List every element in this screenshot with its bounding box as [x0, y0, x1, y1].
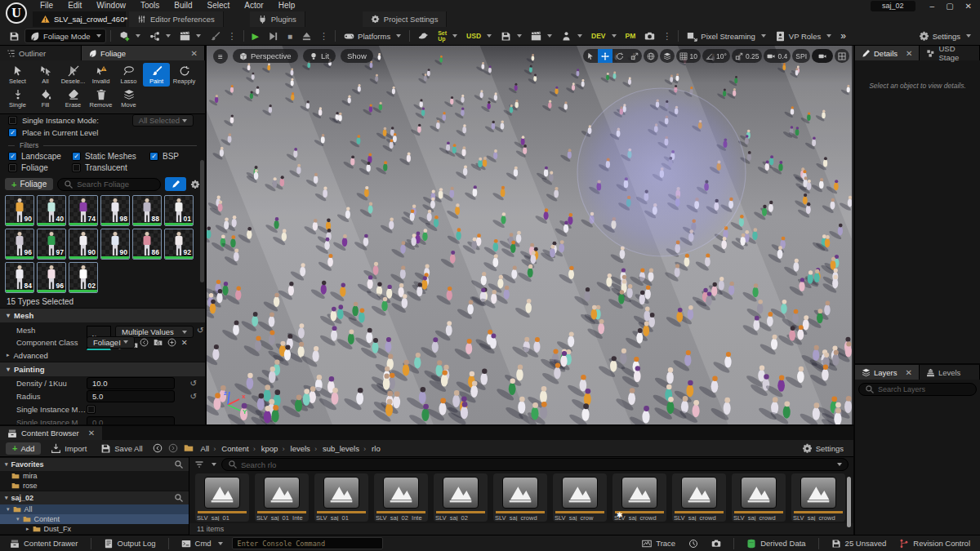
- foliage-tool-button[interactable]: Paint: [143, 63, 170, 87]
- foliage-tool-button[interactable]: Fill: [32, 87, 59, 110]
- level-asset-tile[interactable]: ✱ SLV_saj_crowd: [672, 473, 726, 522]
- toolbar-expand-button[interactable]: »: [836, 29, 850, 43]
- foliage-tool-button[interactable]: Single: [4, 87, 31, 110]
- foliage-type-thumbnail[interactable]: 96: [37, 262, 66, 293]
- menu-item[interactable]: Edit: [60, 0, 89, 11]
- foliage-search[interactable]: [57, 178, 161, 191]
- character-dropdown[interactable]: [557, 29, 586, 43]
- painting-section-header[interactable]: ▾Painting: [0, 362, 205, 376]
- content-drawer-button[interactable]: Content Drawer: [6, 535, 82, 551]
- tab-content-browser[interactable]: Content Browser ✕: [0, 426, 102, 440]
- cb-save-all-button[interactable]: Save All: [96, 441, 146, 455]
- clear-icon[interactable]: ✕: [181, 338, 188, 347]
- add-actor-button[interactable]: [115, 29, 145, 43]
- rotation-snap-control[interactable]: 10°: [702, 49, 730, 63]
- foliage-type-thumbnail[interactable]: 92: [164, 229, 194, 260]
- dev-dropdown[interactable]: DEV: [587, 29, 620, 43]
- close-button[interactable]: ✕: [965, 2, 972, 11]
- grid-snap-control[interactable]: 10: [676, 49, 701, 63]
- level-asset-tile[interactable]: ✱ SLV_saj_01_Inte: [255, 473, 309, 522]
- spi-button[interactable]: SPI: [792, 49, 810, 63]
- advanced-row[interactable]: ▸Advanced: [0, 349, 205, 362]
- viewport-canvas[interactable]: [207, 46, 852, 424]
- rotate-tool[interactable]: [612, 49, 627, 63]
- viewport-camera-button[interactable]: [812, 49, 833, 63]
- maximize-button[interactable]: ▢: [946, 2, 953, 11]
- forward-icon[interactable]: [168, 443, 178, 453]
- show-dropdown[interactable]: Show: [341, 49, 373, 63]
- asset-search[interactable]: [221, 458, 849, 471]
- filter-static-meshes-checkbox[interactable]: ✓: [72, 152, 81, 161]
- project-search-icon[interactable]: [174, 493, 184, 503]
- cinematics-button[interactable]: [176, 29, 205, 43]
- breadcrumb-item[interactable]: rlo: [370, 444, 382, 453]
- tab-usd-stage[interactable]: USD Stage: [920, 46, 980, 60]
- frame-skip-button[interactable]: [264, 29, 283, 43]
- sequencer-dropdown[interactable]: [527, 29, 556, 43]
- level-asset-tile[interactable]: ✱ SLV_saj_01: [195, 473, 249, 522]
- foliage-tool-button[interactable]: Erase: [60, 87, 87, 110]
- breadcrumb-item[interactable]: All: [199, 444, 218, 453]
- asset-search-input[interactable]: [241, 460, 831, 469]
- search-options-caret[interactable]: [837, 463, 842, 466]
- tab-outliner[interactable]: Outliner: [0, 46, 82, 60]
- level-asset-tile[interactable]: ✱ SLV_saj_02_Inte: [374, 473, 428, 522]
- insights-button[interactable]: [684, 535, 702, 551]
- tree-item-content[interactable]: ▾Content: [0, 514, 189, 524]
- level-asset-tile[interactable]: ✱ SLV_saj_crowd: [732, 473, 786, 522]
- usd-dropdown[interactable]: USD: [462, 29, 496, 43]
- foliage-settings-gear[interactable]: [190, 180, 200, 189]
- level-asset-tile[interactable]: ✱ SLV_saj_crowd: [791, 473, 845, 522]
- project-header[interactable]: ▾saj_02: [0, 491, 189, 504]
- save-options-dropdown[interactable]: [497, 29, 526, 43]
- minimize-button[interactable]: –: [930, 2, 935, 11]
- menu-item[interactable]: Tools: [133, 0, 167, 11]
- perspective-dropdown[interactable]: Perspective: [233, 49, 298, 63]
- foliage-tool-button[interactable]: Invalid: [87, 63, 114, 87]
- asset-scrollbar[interactable]: [847, 477, 851, 527]
- radius-reset[interactable]: ↺: [187, 392, 200, 401]
- single-instance-mode-dropdown[interactable]: All Selected: [132, 114, 194, 127]
- back-icon[interactable]: [153, 443, 163, 453]
- menu-item[interactable]: Actor: [237, 0, 270, 11]
- save-button[interactable]: [5, 29, 24, 43]
- cb-settings-button[interactable]: Settings: [798, 441, 848, 455]
- add-element-icon[interactable]: [167, 338, 176, 347]
- setup-dropdown[interactable]: SetUp: [434, 29, 461, 43]
- foliage-tool-button[interactable]: Move: [115, 87, 142, 110]
- vp-roles-dropdown[interactable]: VP Roles: [771, 29, 835, 43]
- select-tool[interactable]: [583, 49, 598, 63]
- landscape-button[interactable]: [206, 29, 225, 43]
- surface-snap-toggle[interactable]: [660, 49, 675, 63]
- foliage-type-thumbnail[interactable]: 01: [164, 195, 194, 226]
- density-reset[interactable]: ↺: [187, 379, 200, 388]
- play-button[interactable]: ▶: [248, 29, 263, 43]
- world-local-toggle[interactable]: [644, 49, 658, 63]
- foliage-type-thumbnail[interactable]: 02: [69, 262, 98, 293]
- level-asset-tile[interactable]: ✱ SLV_saj_crowd: [612, 473, 666, 522]
- foliage-type-thumbnail[interactable]: 90: [5, 195, 34, 226]
- blueprints-button[interactable]: [145, 29, 175, 43]
- filter-icon[interactable]: [194, 460, 204, 469]
- foliage-search-input[interactable]: [77, 180, 154, 189]
- foliage-panel-scrollbar[interactable]: [200, 160, 204, 282]
- unsaved-button[interactable]: 25 Unsaved: [827, 535, 891, 551]
- level-asset-tile[interactable]: ✱ SLV_saj_01: [314, 473, 368, 522]
- close-details-tab[interactable]: ✕: [906, 49, 912, 58]
- favorites-header[interactable]: ▾Favorites: [0, 457, 189, 471]
- menu-item[interactable]: Help: [271, 0, 303, 11]
- foliage-type-thumbnail[interactable]: 86: [132, 229, 162, 260]
- tab-foliage[interactable]: Foliage ✕: [82, 46, 205, 60]
- foliage-type-thumbnail[interactable]: 84: [5, 262, 34, 293]
- bird-tool-button[interactable]: [414, 29, 433, 43]
- toolbar-overflow-dots[interactable]: ⋮: [225, 31, 239, 42]
- menu-item[interactable]: Build: [167, 0, 199, 11]
- add-foliage-button[interactable]: +Foliage: [5, 178, 53, 190]
- foliage-type-thumbnail[interactable]: 88: [132, 195, 162, 226]
- tab-details[interactable]: Details✕: [855, 46, 920, 60]
- console-input[interactable]: [238, 540, 377, 548]
- foliage-type-thumbnail[interactable]: 90: [69, 229, 98, 260]
- foliage-tool-button[interactable]: Lasso: [115, 63, 142, 87]
- cb-import-button[interactable]: Import: [47, 441, 91, 455]
- quad-view-button[interactable]: [835, 49, 849, 63]
